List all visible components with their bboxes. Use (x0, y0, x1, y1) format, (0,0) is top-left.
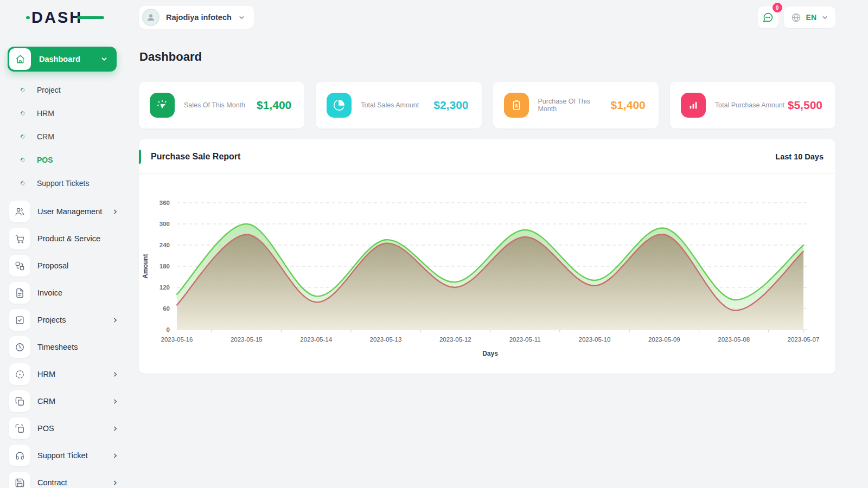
logo-area: DASH (0, 9, 127, 27)
svg-text:Days: Days (482, 350, 498, 357)
sidebar-item-pos[interactable]: POS (0, 415, 127, 442)
chevron-right-icon (112, 317, 119, 324)
sidebar-item-label: CRM (37, 397, 55, 406)
sidebar-subitem-crm[interactable]: CRM (0, 125, 127, 148)
sidebar-item-label: HRM (37, 370, 55, 378)
support-icon (15, 451, 25, 461)
report-range-label: Last 10 Days (775, 152, 824, 161)
bullet-icon (20, 180, 25, 186)
sidebar-subitem-support-tickets[interactable]: Support Tickets (0, 171, 127, 195)
language-code: EN (806, 13, 816, 22)
topbar: DASH Rajodiya infotech 0 EN (0, 0, 868, 35)
svg-text:360: 360 (159, 200, 170, 206)
sidebar-item-contract[interactable]: Contract (0, 469, 127, 488)
sidebar-item-label: Invoice (37, 288, 62, 297)
messages-button[interactable]: 0 (758, 7, 778, 28)
crm-icon (15, 396, 25, 407)
page-title: Dashboard (139, 50, 835, 64)
clipboard-dollar-icon: $ (510, 99, 522, 111)
svg-text:2023-05-08: 2023-05-08 (718, 336, 750, 343)
sidebar-subitem-project[interactable]: Project (0, 78, 127, 101)
chevron-right-icon (112, 425, 119, 432)
chevron-down-icon (821, 14, 828, 21)
chevron-down-icon (100, 55, 108, 63)
bar-chart-icon-tile (681, 93, 706, 118)
clipboard-icon-tile: $ (504, 93, 529, 118)
svg-text:Amount: Amount (142, 254, 149, 278)
logo-accent-dot (26, 16, 30, 19)
cart-icon-tile (9, 228, 30, 249)
svg-text:2023-05-09: 2023-05-09 (648, 336, 680, 343)
sidebar-item-proposal[interactable]: Proposal (0, 252, 127, 279)
svg-text:2023-05-13: 2023-05-13 (370, 336, 402, 343)
bullet-icon (20, 110, 25, 116)
sidebar-item-label: Product & Service (37, 234, 100, 243)
sidebar-item-label: Dashboard (39, 55, 80, 63)
stat-card-total-sales: Total Sales Amount $2,300 (316, 82, 481, 129)
headset-icon-tile (9, 445, 30, 466)
clock-icon (15, 342, 25, 352)
chevron-right-icon (112, 452, 119, 459)
pie-chart-icon (333, 99, 345, 111)
sidebar-item-crm[interactable]: CRM (0, 388, 127, 415)
stat-card-sales-month: Sales Of This Month $1,400 (139, 82, 304, 129)
company-name: Rajodiya infotech (166, 13, 232, 22)
subitem-label: CRM (37, 132, 54, 141)
chevron-right-icon (112, 208, 119, 215)
sidebar-item-dashboard[interactable]: Dashboard (8, 47, 117, 72)
home-icon-tile (9, 48, 31, 70)
sidebar-item-label: POS (37, 424, 54, 433)
sidebar-item-label: Projects (37, 316, 66, 324)
svg-text:300: 300 (159, 221, 170, 227)
home-icon (15, 54, 25, 65)
user-icon (146, 12, 156, 22)
svg-text:2023-05-14: 2023-05-14 (300, 336, 332, 343)
logo-accent-bar (77, 16, 104, 19)
svg-text:2023-05-15: 2023-05-15 (231, 336, 263, 343)
svg-text:2023-05-12: 2023-05-12 (439, 336, 471, 343)
svg-text:120: 120 (159, 284, 170, 291)
app-logo[interactable]: DASH (31, 9, 97, 27)
file-icon-tile (9, 282, 30, 304)
svg-text:0: 0 (167, 326, 170, 333)
sidebar-item-product-service[interactable]: Product & Service (0, 225, 127, 252)
subitem-label: Support Tickets (37, 179, 90, 188)
subitem-label: POS (37, 156, 53, 164)
company-avatar (142, 9, 159, 26)
stat-label: Purchase Of This Month (538, 98, 611, 113)
subitem-label: HRM (37, 109, 54, 118)
sidebar-item-hrm[interactable]: HRM (0, 361, 127, 388)
sidebar-subitem-hrm[interactable]: HRM (0, 101, 127, 125)
messages-badge: 0 (773, 3, 782, 12)
svg-text:60: 60 (163, 305, 170, 312)
svg-text:2023-05-10: 2023-05-10 (579, 336, 611, 343)
svg-text:2023-05-16: 2023-05-16 (161, 336, 193, 343)
projects-icon (15, 315, 25, 325)
sidebar: Dashboard Project HRM CRM POS Support Ti… (0, 35, 127, 488)
sidebar-item-user-management[interactable]: User Management (0, 198, 127, 225)
svg-text:240: 240 (159, 242, 170, 248)
purchase-sale-chart[interactable]: 0601201802403003602023-05-162023-05-1520… (139, 174, 835, 365)
dashed-circle-icon-tile (9, 363, 30, 385)
chevron-right-icon (112, 479, 119, 486)
sidebar-item-support-ticket[interactable]: Support Ticket (0, 442, 127, 469)
stat-card-purchase-month: $ Purchase Of This Month $1,400 (493, 82, 659, 129)
tap-icon-tile (150, 93, 175, 118)
stat-value: $1,400 (611, 99, 646, 112)
language-selector[interactable]: EN (784, 7, 835, 28)
sidebar-item-projects[interactable]: Projects (0, 306, 127, 333)
sidebar-subitem-pos[interactable]: POS (0, 148, 127, 171)
sidebar-item-invoice[interactable]: Invoice (0, 279, 127, 306)
sidebar-item-timesheets[interactable]: Timesheets (0, 333, 127, 361)
svg-text:2023-05-07: 2023-05-07 (788, 336, 820, 343)
chat-bubble-icon (762, 12, 774, 23)
company-selector[interactable]: Rajodiya infotech (139, 6, 254, 29)
proposal-icon (15, 261, 25, 271)
swap-boxes-icon-tile (9, 255, 30, 277)
sidebar-item-label: Timesheets (37, 343, 78, 351)
sidebar-menu: User Management Product & Service Propos… (0, 198, 127, 488)
overlap-squares-icon-tile (9, 390, 30, 412)
purchase-sale-report-card: Purchase Sale Report Last 10 Days 060120… (139, 139, 835, 374)
bar-chart-icon (687, 99, 699, 111)
stat-value: $1,400 (257, 99, 291, 112)
